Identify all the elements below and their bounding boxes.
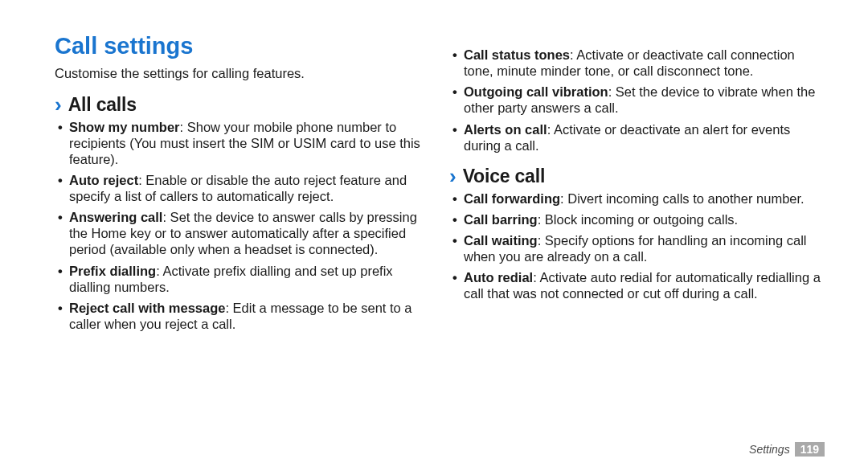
list-item: Outgoing call vibration: Set the device …: [452, 84, 821, 116]
all-calls-list-right: Call status tones: Activate or deactivat…: [449, 47, 821, 154]
list-item: Call barring: Block incoming or outgoing…: [452, 211, 821, 227]
voice-call-list: Call forwarding: Divert incoming calls t…: [449, 190, 821, 302]
subhead-voice-call: › Voice call: [449, 165, 821, 187]
list-item: Alerts on call: Activate or deactivate a…: [452, 121, 821, 154]
item-term: Auto redial: [464, 270, 533, 285]
item-term: Alerts on call: [464, 122, 547, 137]
list-item: Answering call: Set the device to answer…: [58, 209, 427, 257]
list-item: Show my number: Show your mobile phone n…: [58, 119, 427, 167]
left-column: Call settings Customise the settings for…: [48, 32, 433, 439]
subhead-voice-call-text: Voice call: [463, 165, 545, 187]
item-term: Outgoing call vibration: [464, 84, 608, 99]
subhead-all-calls: › All calls: [55, 93, 427, 116]
intro-text: Customise the settings for calling featu…: [55, 65, 427, 81]
all-calls-list-left: Show my number: Show your mobile phone n…: [55, 119, 427, 333]
right-column: Call status tones: Activate or deactivat…: [433, 32, 828, 439]
item-term: Reject call with message: [69, 301, 225, 315]
chevron-right-icon: ›: [55, 94, 62, 115]
item-term: Answering call: [69, 210, 162, 224]
item-term: Prefix dialling: [69, 264, 156, 278]
item-term: Call status tones: [464, 47, 570, 62]
page-number: 119: [795, 442, 825, 457]
list-item: Call forwarding: Divert incoming calls t…: [452, 190, 821, 207]
page-title: Call settings: [55, 32, 427, 60]
item-term: Call barring: [464, 212, 538, 227]
item-desc: : Divert incoming calls to another numbe…: [560, 191, 805, 206]
item-desc: : Block incoming or outgoing calls.: [538, 212, 738, 227]
list-item: Auto reject: Enable or disable the auto …: [58, 172, 427, 204]
list-item: Prefix dialling: Activate prefix diallin…: [58, 263, 427, 295]
item-term: Auto reject: [69, 173, 138, 187]
page-footer: Settings 119: [749, 442, 825, 457]
manual-page: Call settings Customise the settings for…: [0, 0, 868, 471]
list-item: Reject call with message: Edit a message…: [58, 300, 427, 332]
item-term: Call forwarding: [464, 191, 560, 206]
item-term: Show my number: [69, 120, 180, 134]
item-term: Call waiting: [464, 233, 538, 248]
chevron-right-icon: ›: [449, 166, 457, 186]
list-item: Auto redial: Activate auto redial for au…: [452, 269, 821, 301]
list-item: Call waiting: Specify options for handli…: [452, 232, 821, 264]
list-item: Call status tones: Activate or deactivat…: [452, 47, 821, 79]
subhead-all-calls-text: All calls: [68, 93, 137, 116]
footer-section: Settings: [749, 443, 790, 456]
